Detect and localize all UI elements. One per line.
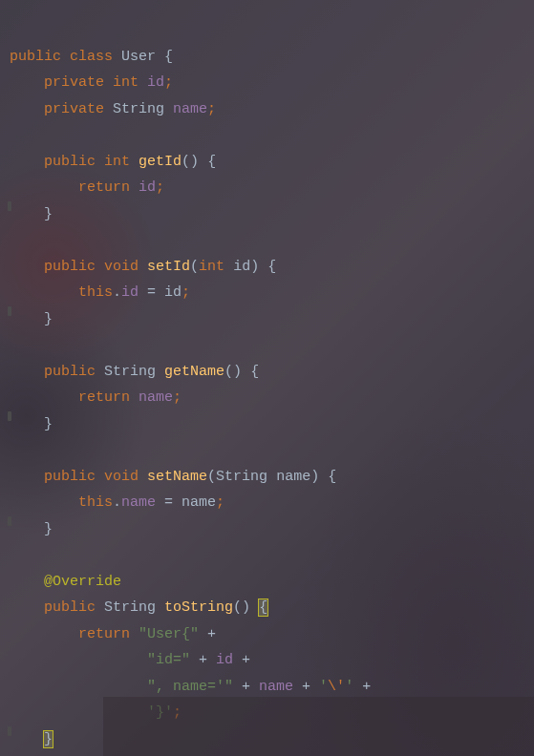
keyword-return: return: [78, 389, 130, 406]
keyword-public: public: [44, 364, 96, 380]
keyword-public: public: [10, 49, 61, 65]
paren-open: (: [190, 259, 199, 275]
plus-op: +: [190, 652, 216, 668]
param-id: id: [233, 259, 250, 275]
class-name: User: [121, 49, 156, 65]
code-line: this.id = id;: [10, 284, 190, 301]
gutter-marker-icon[interactable]: [8, 726, 11, 736]
keyword-public: public: [44, 154, 96, 170]
keyword-void: void: [104, 469, 139, 485]
assign-op: =: [139, 284, 164, 301]
string-literal: '\'': [319, 679, 353, 695]
code-line: [10, 442, 18, 458]
editor-bottom-overlay: [103, 697, 534, 756]
keyword-int: int: [113, 74, 139, 91]
paren-close: ): [233, 364, 242, 380]
keyword-this: this: [78, 494, 113, 511]
keyword-private: private: [44, 74, 104, 91]
code-line: }: [10, 521, 53, 537]
brace-open: {: [328, 469, 336, 485]
brace-open: {: [267, 259, 276, 275]
char-quote: ': [345, 679, 353, 695]
paren-close: ): [310, 469, 319, 485]
keyword-public: public: [44, 599, 96, 616]
method-name-toString: toString: [164, 599, 233, 616]
semicolon: ;: [216, 494, 224, 511]
gutter-marker-icon[interactable]: [8, 201, 11, 211]
semicolon: ;: [182, 284, 190, 301]
plus-op: +: [293, 679, 319, 695]
code-line: [10, 232, 18, 248]
paren-close: ): [250, 259, 259, 275]
brace-close: }: [44, 416, 53, 432]
code-line: }: [10, 416, 53, 432]
gutter-marker-icon[interactable]: [8, 411, 11, 421]
semicolon: ;: [173, 389, 182, 406]
type-string: String: [113, 101, 164, 117]
plus-op: +: [233, 679, 259, 695]
char-quote: ': [319, 679, 328, 695]
code-line: return id;: [10, 179, 164, 196]
field-id: id: [216, 652, 233, 668]
code-line: }: [10, 311, 53, 327]
brace-close: }: [44, 311, 53, 327]
param-name: name: [276, 469, 310, 485]
string-literal: "User{": [139, 626, 199, 642]
semicolon: ;: [207, 101, 216, 117]
code-line: public String getName() {: [10, 364, 259, 380]
type-string: String: [216, 469, 267, 485]
code-line: public class User {: [10, 49, 173, 65]
brace-open: {: [250, 364, 259, 380]
brace-open-matched: {: [259, 599, 267, 616]
code-line: public void setName(String name) {: [10, 469, 336, 485]
brace-close: }: [44, 521, 53, 537]
code-line: "id=" + id +: [10, 652, 259, 668]
dot: .: [113, 284, 121, 301]
plus-op: +: [353, 679, 379, 695]
param-id: id: [164, 284, 182, 301]
plus-op: +: [199, 626, 224, 642]
code-line: private String name;: [10, 101, 216, 117]
code-line: }: [10, 206, 53, 222]
keyword-int: int: [199, 259, 224, 275]
brace-open: {: [207, 154, 216, 170]
code-line: return "User{" +: [10, 626, 224, 642]
code-line: [10, 127, 18, 143]
type-string: String: [104, 364, 156, 380]
param-name: name: [182, 494, 216, 511]
paren-open: (: [207, 469, 216, 485]
code-line: [10, 337, 18, 353]
escape-char: \': [328, 679, 345, 695]
paren-open: (: [182, 154, 190, 170]
field-name: name: [259, 679, 293, 695]
string-literal: ", name='": [147, 679, 233, 695]
gutter-marker-icon[interactable]: [8, 516, 11, 526]
method-name-setId: setId: [147, 259, 190, 275]
code-line: public String toString() {: [10, 599, 267, 616]
code-line: ", name='" + name + '\'' +: [10, 679, 379, 695]
field-name: name: [121, 494, 156, 511]
code-editor-content[interactable]: public class User { private int id; priv…: [0, 0, 534, 756]
method-name-getName: getName: [164, 364, 224, 380]
code-line: public void setId(int id) {: [10, 259, 276, 275]
paren-open: (: [233, 599, 242, 616]
paren-open: (: [224, 364, 233, 380]
code-line: [10, 547, 18, 563]
field-id: id: [147, 74, 164, 91]
brace-close: }: [44, 206, 53, 222]
keyword-this: this: [78, 284, 113, 301]
gutter-marker-icon[interactable]: [8, 306, 11, 316]
brace-close-matched: }: [44, 731, 53, 747]
assign-op: =: [156, 494, 182, 511]
field-id: id: [121, 284, 139, 301]
keyword-void: void: [104, 259, 139, 275]
code-line: return name;: [10, 389, 182, 406]
paren-close: ): [242, 599, 250, 616]
type-string: String: [104, 599, 156, 616]
code-line: private int id;: [10, 74, 173, 91]
method-name-getId: getId: [139, 154, 182, 170]
code-line: }: [10, 731, 53, 747]
field-name: name: [139, 389, 173, 406]
keyword-private: private: [44, 101, 104, 117]
keyword-return: return: [78, 626, 130, 642]
